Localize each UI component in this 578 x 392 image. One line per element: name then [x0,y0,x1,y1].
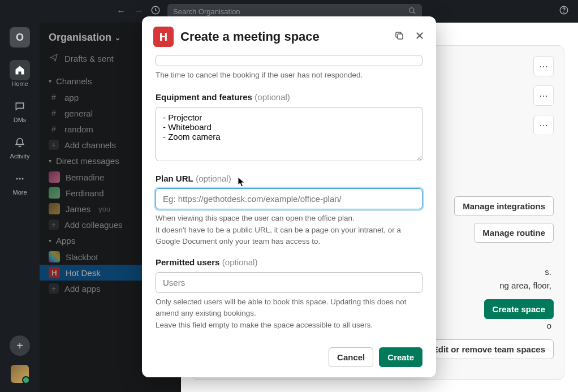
slackbot-icon [49,251,60,262]
svg-point-3 [564,12,564,12]
cancel-help: The time to cancel the booking if the us… [156,70,422,81]
copy-icon[interactable] [394,31,404,43]
rail-activity[interactable]: Activity [0,129,40,163]
more-button[interactable]: ⋯ [533,85,554,106]
svg-point-5 [19,178,21,180]
prior-input-bottom[interactable] [156,55,422,66]
dm-icon [10,96,30,117]
modal-title: Create a meeting space [180,29,387,44]
plus-icon: + [49,219,59,230]
search-icon [408,7,416,16]
hotdesk-logo: H [153,27,174,47]
create-button[interactable]: Create [379,347,422,367]
rail-dms[interactable]: DMs [0,93,40,127]
permitted-users-help: Only selected users will be able to book… [156,296,422,331]
svg-point-6 [22,178,24,180]
rail-home[interactable]: Home [0,57,40,91]
history-icon[interactable] [150,5,161,18]
optional-label: (optional) [255,92,290,102]
rail-label: More [12,189,27,196]
manage-integrations-button[interactable]: Manage integrations [454,196,554,216]
nav-back-icon[interactable]: ← [117,6,126,16]
equipment-input[interactable] [156,107,422,161]
avatar [49,187,60,199]
permitted-users-input[interactable] [156,272,422,293]
caret-icon: ▾ [49,238,51,244]
plan-url-help: When viewing this space the user can ope… [156,213,422,247]
plus-icon: + [49,283,59,294]
optional-label: (optional) [222,257,258,267]
edit-spaces-button[interactable]: Edit or remove team spaces [424,339,554,359]
home-icon [10,60,30,80]
activity-icon [10,132,30,153]
avatar [49,171,60,183]
compose-button[interactable]: + [10,335,30,356]
svg-point-4 [16,178,18,180]
optional-label: (optional) [196,174,231,183]
rail-label: Activity [10,153,30,160]
caret-icon: ▾ [49,78,51,84]
svg-rect-7 [398,34,403,39]
chevron-down-icon: ⌄ [115,34,120,42]
hash-icon: # [49,93,59,102]
manage-routine-button[interactable]: Manage routine [474,223,554,243]
permitted-users-label: Permitted users [156,257,219,267]
equipment-label: Equipment and features [156,92,252,102]
more-icon [10,169,30,189]
create-space-button[interactable]: Create space [484,299,554,319]
search-placeholder: Search Organisation [173,7,240,16]
create-meeting-space-modal: H Create a meeting space The time to can… [142,16,436,377]
workspace-switcher[interactable]: O [10,27,30,48]
more-button[interactable]: ⋯ [533,115,554,135]
hotdesk-icon: H [49,267,60,278]
plus-icon: + [49,140,59,150]
cancel-button[interactable]: Cancel [329,347,373,367]
send-icon [49,53,59,64]
nav-forward-icon[interactable]: → [135,6,144,16]
hash-icon: # [49,109,59,118]
caret-icon: ▾ [49,158,51,164]
plan-url-input[interactable] [156,188,422,209]
more-button[interactable]: ⋯ [533,56,554,76]
close-icon[interactable] [415,31,425,43]
plan-url-label: Plan URL [156,174,193,183]
help-icon[interactable] [559,5,569,18]
hash-icon: # [49,124,59,133]
rail-more[interactable]: More [0,165,40,199]
user-avatar[interactable] [11,365,29,383]
rail-label: DMs [14,117,27,123]
avatar [49,203,60,214]
rail-label: Home [11,80,28,87]
svg-point-1 [409,7,414,12]
